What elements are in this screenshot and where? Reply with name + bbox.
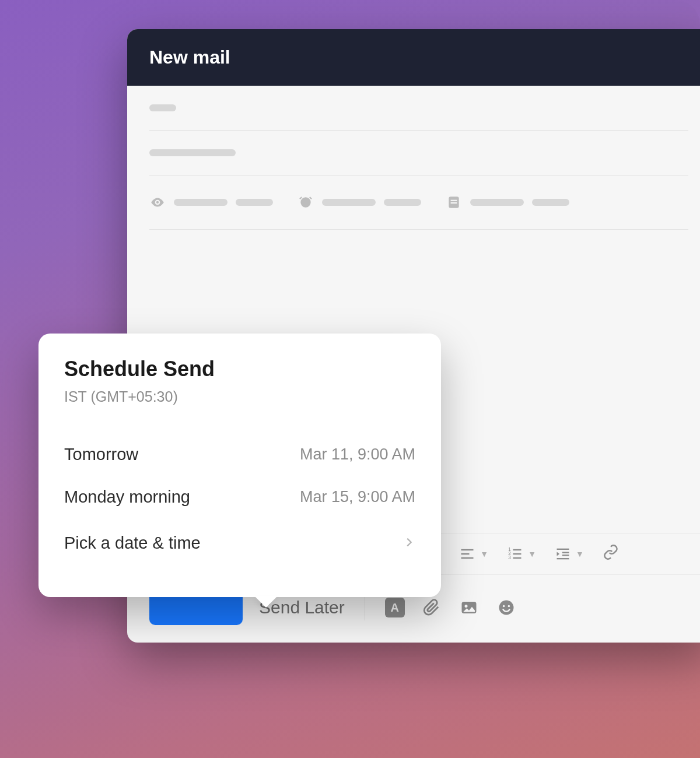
format-toggle-button[interactable]: A <box>385 598 405 617</box>
svg-point-18 <box>499 601 513 615</box>
svg-point-19 <box>503 605 505 608</box>
link-button[interactable] <box>603 544 619 564</box>
attachment-button[interactable] <box>421 597 442 618</box>
pick-date-time-option[interactable]: Pick a date & time <box>64 522 415 564</box>
schedule-option-monday[interactable]: Monday morning Mar 15, 9:00 AM <box>64 476 415 518</box>
svg-point-17 <box>464 605 467 608</box>
list-button[interactable]: 123 ▼ <box>507 546 536 562</box>
svg-text:3: 3 <box>509 555 512 560</box>
alarm-clock-icon <box>298 194 314 210</box>
popover-timezone: IST (GMT+05:30) <box>64 388 415 405</box>
schedule-option-label: Monday morning <box>64 487 190 507</box>
eye-icon <box>149 194 166 210</box>
template-option[interactable] <box>446 194 569 210</box>
schedule-option-tomorrow[interactable]: Tomorrow Mar 11, 9:00 AM <box>64 433 415 476</box>
schedule-option-time: Mar 11, 9:00 AM <box>300 445 415 464</box>
svg-rect-1 <box>451 200 457 201</box>
compose-title: New mail <box>127 29 700 86</box>
chevron-right-icon <box>402 534 415 553</box>
popover-title: Schedule Send <box>64 357 415 381</box>
svg-point-20 <box>508 605 510 608</box>
pick-date-time-label: Pick a date & time <box>64 534 201 553</box>
subject-field-row[interactable] <box>149 131 688 176</box>
align-button[interactable]: ▼ <box>459 546 488 562</box>
schedule-send-popover: Schedule Send IST (GMT+05:30) Tomorrow M… <box>38 334 441 597</box>
svg-rect-2 <box>451 202 457 203</box>
emoji-button[interactable] <box>496 597 517 618</box>
insert-image-button[interactable] <box>459 597 480 618</box>
indent-button[interactable]: ▼ <box>555 546 584 562</box>
template-icon <box>446 194 462 210</box>
reminder-option[interactable] <box>298 194 421 210</box>
read-receipt-option[interactable] <box>149 194 273 210</box>
subject-placeholder <box>149 149 236 156</box>
schedule-option-label: Tomorrow <box>64 445 138 464</box>
schedule-option-time: Mar 15, 9:00 AM <box>300 488 415 506</box>
tracking-options-row <box>149 176 688 230</box>
to-placeholder <box>149 104 176 111</box>
to-field-row[interactable] <box>149 86 688 131</box>
